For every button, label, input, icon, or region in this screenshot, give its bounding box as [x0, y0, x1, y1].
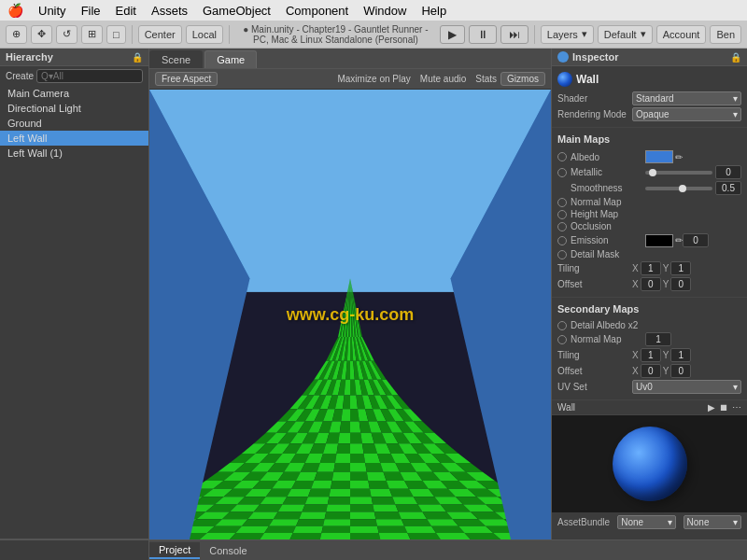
menu-edit[interactable]: Edit: [116, 4, 136, 18]
menu-gameobject[interactable]: GameObject: [203, 4, 271, 18]
detail-mask-radio[interactable]: [557, 250, 567, 259]
user-button[interactable]: Ben: [710, 25, 741, 44]
offset-y-value[interactable]: 0: [670, 277, 691, 291]
asset-bundle-label: AssetBundle: [557, 517, 610, 527]
move-tool-button[interactable]: ✥: [31, 25, 52, 44]
menu-file[interactable]: File: [81, 4, 101, 18]
menu-assets[interactable]: Assets: [151, 4, 188, 18]
emission-radio[interactable]: [557, 236, 567, 245]
project-panel: Project Console Create Favorites ● All M…: [149, 540, 747, 560]
scale-tool-button[interactable]: ⊞: [81, 25, 103, 44]
secondary-offset-x-val[interactable]: 0: [641, 364, 661, 378]
local-button[interactable]: Local: [186, 25, 223, 44]
asset-bundle-variant-dropdown[interactable]: None▾: [684, 515, 741, 529]
emission-value[interactable]: 0: [683, 233, 709, 247]
preview-options-btn[interactable]: ⋯: [732, 402, 741, 413]
emission-picker-icon[interactable]: ✏: [675, 235, 683, 245]
pause-button[interactable]: ⏸: [469, 25, 497, 44]
hierarchy-item-left-wall[interactable]: Left Wall: [0, 131, 148, 146]
game-canvas: [149, 90, 551, 539]
preview-label: Wall: [557, 402, 575, 413]
metallic-slider-thumb[interactable]: [649, 169, 656, 176]
menu-component[interactable]: Component: [286, 4, 348, 18]
stats-btn[interactable]: Stats: [475, 74, 497, 84]
uv-set-dropdown[interactable]: Uv0▾: [632, 380, 741, 394]
tiling-x-value[interactable]: 1: [641, 261, 661, 275]
metallic-slider-track[interactable]: [645, 171, 712, 175]
aspect-dropdown[interactable]: Free Aspect: [155, 72, 218, 86]
transform-tool-button[interactable]: ⊕: [6, 25, 27, 44]
albedo-radio[interactable]: [557, 152, 567, 161]
menu-help[interactable]: Help: [421, 4, 446, 18]
layers-dropdown[interactable]: Layers ▾: [541, 25, 594, 44]
mute-audio-btn[interactable]: Mute audio: [420, 74, 466, 84]
maximize-on-play-btn[interactable]: Maximize on Play: [337, 74, 410, 84]
detail-albedo-radio[interactable]: [557, 321, 567, 330]
rendering-mode-dropdown[interactable]: Opaque▾: [632, 107, 741, 121]
tiling-x-item: X 1: [632, 261, 661, 275]
smoothness-slider-thumb[interactable]: [679, 185, 686, 192]
secondary-tiling-y-val[interactable]: 1: [670, 348, 691, 362]
tab-game[interactable]: Game: [204, 50, 257, 68]
metallic-row: Metallic 0: [557, 165, 741, 179]
height-map-radio[interactable]: [557, 210, 567, 219]
tiling-row: Tiling X 1 Y 1: [557, 261, 741, 275]
hierarchy-lock-icon[interactable]: 🔒: [132, 52, 143, 63]
secondary-offset-y-val[interactable]: 0: [670, 364, 691, 378]
rendering-mode-label: Rendering Mode: [557, 109, 632, 119]
shader-dropdown[interactable]: Standard▾: [632, 91, 741, 105]
shader-label: Shader: [557, 93, 632, 104]
create-button[interactable]: Create: [6, 71, 34, 81]
secondary-tiling-x: X 1: [632, 348, 661, 362]
tiling-x-label: X: [632, 263, 639, 273]
hierarchy-item-main-camera[interactable]: Main Camera: [0, 86, 148, 101]
play-button[interactable]: ▶: [440, 25, 465, 44]
metallic-value[interactable]: 0: [715, 165, 741, 179]
secondary-tiling-x-val[interactable]: 1: [641, 348, 661, 362]
rotate-tool-button[interactable]: ↺: [56, 25, 78, 44]
default-dropdown[interactable]: Default ▾: [598, 25, 653, 44]
secondary-normal-value[interactable]: 1: [645, 332, 671, 346]
tab-project[interactable]: Project: [149, 542, 200, 559]
secondary-maps-title: Secondary Maps: [557, 301, 741, 318]
tab-console[interactable]: Console: [200, 543, 256, 558]
secondary-tiling-y: Y 1: [663, 348, 692, 362]
metallic-radio[interactable]: [557, 168, 567, 177]
hierarchy-search-input[interactable]: [36, 69, 143, 83]
secondary-normal-radio[interactable]: [557, 335, 567, 344]
hierarchy-item-directional-light[interactable]: Directional Light: [0, 101, 148, 116]
asset-bundle-row: AssetBundle None▾ None▾: [552, 512, 747, 532]
account-dropdown[interactable]: Account: [656, 25, 707, 44]
albedo-picker-icon[interactable]: ✏: [675, 152, 683, 162]
hierarchy-item-ground[interactable]: Ground: [0, 116, 148, 131]
emission-color-swatch[interactable]: [645, 234, 673, 247]
albedo-color-swatch[interactable]: [645, 150, 673, 163]
inspector-lock-icon[interactable]: 🔒: [730, 52, 741, 63]
menu-unity[interactable]: Unity: [38, 4, 66, 18]
preview-stop-btn[interactable]: ⏹: [719, 402, 728, 413]
tiling-y-value[interactable]: 1: [670, 261, 691, 275]
smoothness-row: Smoothness 0.5: [557, 181, 741, 195]
asset-bundle-dropdown[interactable]: None▾: [617, 515, 675, 529]
secondary-maps-section: Secondary Maps Detail Albedo x2 Normal M…: [552, 298, 747, 400]
occlusion-radio[interactable]: [557, 222, 567, 231]
rect-tool-button[interactable]: □: [106, 25, 126, 44]
preview-play-btn[interactable]: ▶: [708, 402, 715, 413]
apple-menu[interactable]: 🍎: [7, 3, 23, 18]
smoothness-value[interactable]: 0.5: [715, 181, 741, 195]
step-button[interactable]: ⏭: [500, 25, 529, 44]
inspector-header: Inspector 🔒: [552, 49, 747, 66]
offset-x-value[interactable]: 0: [641, 277, 661, 291]
smoothness-slider-track[interactable]: [645, 187, 712, 190]
rendering-mode-row: Rendering Mode Opaque▾: [557, 107, 741, 121]
menu-window[interactable]: Window: [363, 4, 406, 18]
pivot-button[interactable]: Center: [138, 25, 182, 44]
tab-scene[interactable]: Scene: [149, 50, 203, 68]
offset-y-label: Y: [663, 279, 669, 289]
shader-row: Shader Standard▾: [557, 91, 741, 105]
normal-map-radio[interactable]: [557, 198, 567, 207]
gizmos-btn[interactable]: Gizmos: [500, 72, 545, 86]
hierarchy-item-left-wall-1[interactable]: Left Wall (1): [0, 146, 148, 161]
uv-set-label: UV Set: [557, 382, 632, 392]
layers-group: Layers ▾ Default ▾ Account Ben: [541, 25, 741, 44]
